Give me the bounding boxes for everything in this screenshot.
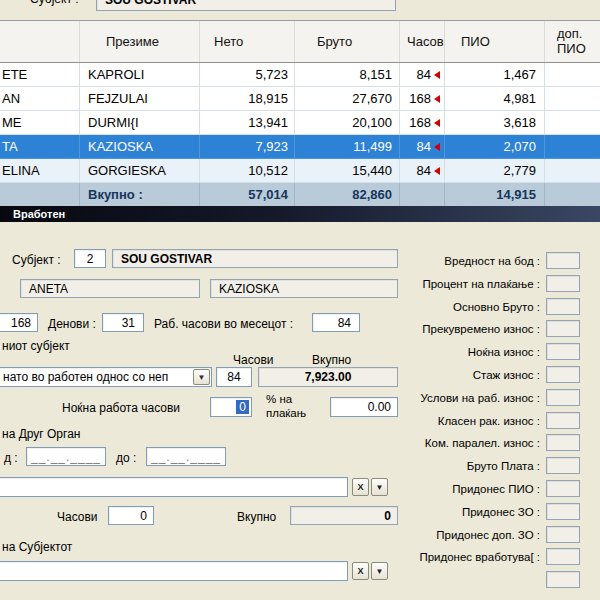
- date-from-input[interactable]: __.__.____: [26, 447, 106, 466]
- cell-surname[interactable]: DURMI{I: [80, 111, 200, 135]
- cell-neto[interactable]: 10,512: [200, 159, 295, 183]
- totals-label: Вкупно :: [80, 183, 200, 207]
- cell-dop-pio[interactable]: [545, 135, 600, 159]
- cell-hours[interactable]: 168: [400, 87, 445, 111]
- subject-code-field[interactable]: 2: [74, 249, 106, 268]
- cell-firstname[interactable]: AN: [0, 87, 80, 111]
- calc-row: Основно Бруто :: [340, 298, 580, 315]
- calc-row: Класен рак. износ :: [340, 412, 580, 429]
- calc-row: Придонес вработува[ :: [340, 548, 580, 565]
- calc-value-field[interactable]: [546, 320, 580, 337]
- cell-surname[interactable]: KAZIOSKA: [80, 135, 200, 159]
- cell-dop-pio: [545, 183, 600, 207]
- cell-neto[interactable]: 18,915: [200, 87, 295, 111]
- org-hours-field[interactable]: 0: [108, 506, 154, 525]
- month-hours-label: Раб. часови во месецот :: [154, 317, 293, 331]
- cell-firstname[interactable]: ETE: [0, 63, 80, 87]
- flag-icon: [434, 167, 440, 175]
- cell-pio[interactable]: 4,981: [445, 87, 545, 111]
- table-row-selected[interactable]: TA KAZIOSKA 7,923 11,499 84 2,070: [0, 135, 600, 159]
- cell-pio[interactable]: 2,070: [445, 135, 545, 159]
- flag-icon: [434, 143, 440, 151]
- cell-hours[interactable]: 168: [400, 111, 445, 135]
- cell-bruto[interactable]: 27,670: [295, 87, 400, 111]
- cell-dop-pio[interactable]: [545, 111, 600, 135]
- totals-neto: 57,014: [200, 183, 295, 207]
- calc-value-field[interactable]: [546, 366, 580, 383]
- calc-value-field[interactable]: [546, 298, 580, 315]
- cell-hours[interactable]: 84: [400, 135, 445, 159]
- chevron-down-icon[interactable]: ▼: [193, 369, 210, 385]
- cell-firstname[interactable]: ME: [0, 111, 80, 135]
- calc-value-field[interactable]: [546, 548, 580, 565]
- cell-bruto[interactable]: 20,100: [295, 111, 400, 135]
- date-to-label: до :: [116, 451, 136, 465]
- calc-row: Прекувремено износ :: [340, 320, 580, 337]
- calc-value-field[interactable]: [546, 503, 580, 520]
- relation-hours-field[interactable]: 84: [216, 367, 252, 387]
- cell-dop-pio[interactable]: [545, 159, 600, 183]
- other-org-section-label: на Друг Орган: [2, 427, 80, 441]
- table-row[interactable]: AN FEJZULAI 18,915 27,670 168 4,981: [0, 87, 600, 111]
- calc-value-field[interactable]: [546, 480, 580, 497]
- table-row[interactable]: ME DURMI{I 13,941 20,100 168 3,618: [0, 111, 600, 135]
- table-row[interactable]: ETE KAPROLI 5,723 8,151 84 1,467: [0, 63, 600, 87]
- cell-pio[interactable]: 1,467: [445, 63, 545, 87]
- calc-row: Процент на плаќање :: [340, 275, 580, 292]
- cell-bruto[interactable]: 8,151: [295, 63, 400, 87]
- calc-row: Придонес доп. ЗО :: [340, 526, 580, 543]
- table-totals-row: Вкупно : 57,014 82,860 14,915: [0, 183, 600, 207]
- cell-bruto[interactable]: 11,499: [295, 135, 400, 159]
- cell-firstname[interactable]: TA: [0, 135, 80, 159]
- hours-sum-field[interactable]: 168: [0, 313, 38, 332]
- col-header-neto: Нето: [200, 21, 295, 62]
- col-header-firstname: [0, 21, 80, 62]
- calc-value-field[interactable]: [546, 412, 580, 429]
- cell-hours[interactable]: 84: [400, 159, 445, 183]
- calc-value-field[interactable]: [546, 252, 580, 269]
- cell-neto[interactable]: 5,723: [200, 63, 295, 87]
- cell-firstname[interactable]: ELINA: [0, 159, 80, 183]
- work-relation-combo[interactable]: нато во работен однос со неп ▼: [0, 367, 212, 387]
- night-hours-input[interactable]: 0: [210, 397, 252, 417]
- calc-row: Придонес ЗО :: [340, 503, 580, 520]
- calc-value-field[interactable]: [546, 389, 580, 406]
- date-to-input[interactable]: __.__.____: [146, 447, 226, 466]
- table-row[interactable]: ELINA GORGIESKA 10,512 15,440 84 2,779: [0, 159, 600, 183]
- cell-neto[interactable]: 7,923: [200, 135, 295, 159]
- totals-pio: 14,915: [445, 183, 545, 207]
- days-field[interactable]: 31: [102, 313, 144, 332]
- payroll-window: { "colors": { "window_bg": "#ECE9D8", "s…: [0, 0, 600, 600]
- cell-surname[interactable]: KAPROLI: [80, 63, 200, 87]
- other-org-combo[interactable]: [0, 477, 348, 497]
- cell-firstname: [0, 183, 80, 207]
- calc-value-field[interactable]: [546, 457, 580, 474]
- calc-value-field[interactable]: [546, 571, 580, 588]
- cell-dop-pio[interactable]: [545, 87, 600, 111]
- calc-value-field[interactable]: [546, 275, 580, 292]
- cell-hours[interactable]: 84: [400, 63, 445, 87]
- days-label: Денови :: [48, 317, 96, 331]
- date-from-label: д :: [4, 451, 18, 465]
- night-work-label: Ноќна работа часови: [62, 401, 180, 415]
- cell-neto[interactable]: 13,941: [200, 111, 295, 135]
- cell-surname[interactable]: FEJZULAI: [80, 87, 200, 111]
- first-name-field[interactable]: ANETA: [20, 279, 200, 298]
- subject-name-field-top[interactable]: SOU GOSTIVAR: [96, 0, 396, 11]
- cell-dop-pio[interactable]: [545, 63, 600, 87]
- calc-value-field[interactable]: [546, 526, 580, 543]
- cell-bruto[interactable]: 15,440: [295, 159, 400, 183]
- calc-value-field[interactable]: [546, 343, 580, 360]
- calc-row: Ком. паралел. износ :: [340, 434, 580, 451]
- subject-combo[interactable]: [0, 561, 348, 581]
- employee-section-bar: Вработен: [0, 206, 600, 222]
- cell-pio[interactable]: 3,618: [445, 111, 545, 135]
- calc-row: Ноќна износ :: [340, 343, 580, 360]
- pay-percent-label: % на плаќањ: [266, 393, 318, 421]
- cell-pio[interactable]: 2,779: [445, 159, 545, 183]
- calc-value-field[interactable]: [546, 434, 580, 451]
- cell-surname[interactable]: GORGIESKA: [80, 159, 200, 183]
- calc-row: Стаж износ :: [340, 366, 580, 383]
- col-header-pio: ПИО: [445, 21, 545, 62]
- flag-icon: [434, 119, 440, 127]
